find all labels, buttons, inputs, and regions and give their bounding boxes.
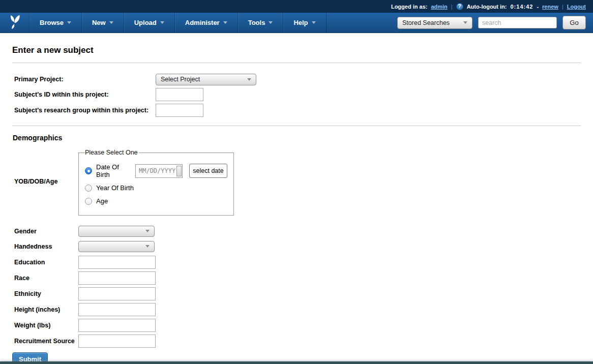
chevron-down-icon [312, 21, 316, 24]
chevron-down-icon [160, 21, 164, 24]
chevron-down-icon [145, 245, 150, 248]
nav-menu-label: New [92, 19, 106, 26]
weight-field[interactable] [78, 319, 156, 332]
search-input[interactable] [478, 17, 557, 28]
form-row-primary-project: Primary Project: Select Project [12, 72, 581, 86]
recruitment-source-label: Recruitment Source [12, 338, 78, 345]
demographics-section: YOB/DOB/Age Please Select One Date Of Bi… [12, 147, 581, 349]
ethnicity-field[interactable] [78, 287, 156, 300]
yob-dob-age-label: YOB/DOB/Age [12, 178, 78, 185]
research-group-label: Subject's research group within this pro… [12, 107, 156, 114]
chevron-down-icon [67, 21, 71, 24]
ethnicity-label: Ethnicity [12, 290, 78, 297]
form-row-education: Education [12, 254, 581, 270]
year-of-birth-label: Year Of Birth [96, 184, 134, 192]
gender-label: Gender [12, 228, 78, 235]
logout-link[interactable]: Logout [567, 4, 586, 10]
nav-menu-label: Browse [40, 19, 64, 26]
year-of-birth-radio[interactable] [85, 185, 92, 192]
nav-menu-tools[interactable]: Tools [238, 13, 284, 33]
nav-search-area: Stored Searches Go [397, 13, 593, 33]
nav-menu-browse[interactable]: Browse [29, 13, 82, 33]
form-row-weight: Weight (lbs) [12, 317, 581, 333]
page-title: Enter a new subject [12, 45, 581, 55]
divider [12, 63, 581, 63]
form-row-subject-id: Subject's ID within this project: [12, 86, 581, 102]
form-row-yob-dob-age: YOB/DOB/Age Please Select One Date Of Bi… [12, 147, 581, 216]
nav-menu-label: Administer [185, 19, 220, 26]
age-label: Age [96, 197, 108, 205]
subject-id-field[interactable] [156, 88, 203, 101]
form-row-height: Height (inches) [12, 301, 581, 317]
nav-menu-new[interactable]: New [82, 13, 124, 33]
education-label: Education [12, 259, 78, 266]
handedness-label: Handedness [12, 243, 78, 250]
form-row-gender: Gender [12, 224, 581, 238]
date-of-birth-label: Date Of Birth [96, 163, 127, 178]
nav-menu-administer[interactable]: Administer [175, 13, 238, 33]
handedness-dropdown[interactable] [78, 241, 155, 252]
nav-menu-label: Upload [134, 19, 157, 26]
autologout-timer: 0:14:42 [510, 4, 533, 10]
stored-searches-value: Stored Searches [402, 19, 450, 26]
go-button[interactable]: Go [562, 16, 586, 29]
autologout-label: Auto-logout in: [467, 4, 507, 10]
help-icon[interactable]: ? [456, 3, 463, 10]
form-row-recruitment-source: Recruitment Source [12, 333, 581, 349]
utility-bar: Logged in as: admin | ? Auto-logout in: … [0, 0, 593, 13]
dob-date-field[interactable] [135, 164, 183, 178]
race-field[interactable] [78, 271, 156, 285]
primary-project-value: Select Project [161, 76, 200, 83]
stored-searches-dropdown[interactable]: Stored Searches [397, 17, 472, 29]
chevron-down-icon [269, 21, 273, 24]
radio-row-date-of-birth: Date Of Birth select date [85, 163, 227, 178]
dash: - [537, 4, 539, 10]
primary-project-dropdown[interactable]: Select Project [156, 74, 256, 85]
form-row-handedness: Handedness [12, 239, 581, 254]
chevron-down-icon [247, 78, 251, 81]
form-row-ethnicity: Ethnicity [12, 286, 581, 301]
please-select-one-fieldset: Please Select One Date Of Birth select d… [78, 149, 234, 216]
weight-label: Weight (lbs) [12, 322, 78, 329]
page-content: Enter a new subject Primary Project: Sel… [0, 45, 593, 364]
nav-menu-label: Help [293, 19, 308, 26]
divider [12, 126, 581, 126]
chevron-down-icon [145, 230, 150, 232]
chevron-down-icon [223, 21, 227, 24]
gender-dropdown[interactable] [78, 226, 155, 237]
project-section: Primary Project: Select Project Subject'… [12, 72, 581, 118]
demographics-heading: Demographics [12, 134, 581, 142]
height-field[interactable] [78, 303, 156, 316]
age-radio[interactable] [85, 198, 92, 205]
xnat-logo[interactable] [0, 13, 29, 33]
date-of-birth-radio[interactable] [85, 167, 92, 174]
nav-menu-help[interactable]: Help [283, 13, 326, 33]
form-row-race: Race [12, 270, 581, 286]
separator: | [451, 4, 453, 10]
primary-project-label: Primary Project: [12, 76, 156, 83]
chevron-down-icon [109, 21, 113, 24]
footer-bar [0, 361, 593, 364]
fieldset-legend: Please Select One [85, 149, 139, 156]
spinner-icon[interactable] [176, 166, 182, 176]
nav-menu-upload[interactable]: Upload [124, 13, 175, 33]
recruitment-source-field[interactable] [78, 335, 156, 348]
radio-row-year-of-birth: Year Of Birth [85, 184, 227, 192]
education-field[interactable] [78, 256, 156, 269]
separator: | [562, 4, 564, 10]
race-label: Race [12, 275, 78, 282]
chevron-down-icon [463, 21, 467, 24]
radio-row-age: Age [85, 197, 227, 205]
nav-spacer [327, 13, 397, 33]
main-navbar: Browse New Upload Administer Tools Help … [0, 13, 593, 33]
subject-id-label: Subject's ID within this project: [12, 91, 156, 98]
logged-in-label: Logged in as: [391, 4, 428, 10]
select-date-button[interactable]: select date [189, 164, 227, 178]
dob-input-wrap [135, 164, 183, 178]
height-label: Height (inches) [12, 306, 78, 313]
research-group-field[interactable] [156, 104, 203, 117]
form-row-research-group: Subject's research group within this pro… [12, 102, 581, 118]
xnat-logo-icon [7, 14, 23, 32]
renew-link[interactable]: renew [542, 4, 558, 10]
username-link[interactable]: admin [431, 4, 447, 10]
